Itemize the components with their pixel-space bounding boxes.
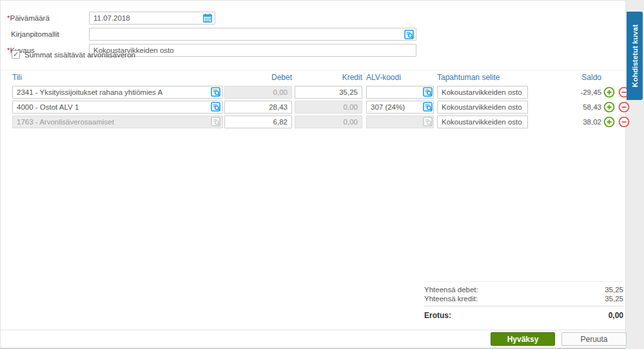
credit-input[interactable] — [295, 86, 362, 99]
difference-label: Erotus: — [424, 311, 451, 320]
credit-input — [295, 115, 362, 128]
debit-input — [224, 86, 292, 99]
add-row-icon[interactable] — [603, 101, 616, 114]
header-account: Tili — [12, 73, 22, 82]
header-description: Tapahtuman selite — [437, 73, 500, 82]
vat-code-value: 307 (24%) — [371, 103, 405, 111]
header-debit: Debet — [224, 73, 292, 82]
row-description-input[interactable] — [437, 101, 528, 114]
account-lookup-icon[interactable] — [211, 102, 220, 112]
account-field[interactable]: 4000 - Ostot ALV 1 — [12, 101, 223, 114]
totals-summary: Yhteensä debet: 35,25 Yhteensä kredit: 3… — [424, 281, 623, 320]
account-lookup-icon[interactable] — [211, 87, 220, 97]
tab-attached-images-label: Kohdistetut kuvat — [631, 25, 639, 87]
header-vat-code: ALV-koodi — [366, 73, 401, 82]
add-row-icon[interactable] — [603, 116, 616, 128]
total-debit-value: 35,25 — [605, 285, 623, 294]
credit-input — [295, 101, 362, 114]
date-label: *Päivämäärä — [7, 14, 50, 22]
templates-lookup-icon[interactable] — [404, 30, 414, 39]
account-value: 1763 - Arvonlisäverosaamiset — [17, 118, 114, 126]
balance-value: 38,02 — [552, 115, 601, 128]
balance-value: 58,43 — [552, 101, 601, 114]
total-credit-label: Yhteensä kredit: — [424, 294, 478, 303]
debit-input[interactable] — [224, 115, 292, 128]
table-top-divider — [1, 70, 625, 70]
header-balance: Saldo — [552, 73, 601, 82]
debit-input[interactable] — [224, 101, 292, 114]
vat-lookup-icon[interactable] — [423, 102, 433, 112]
table-row: 4000 - Ostot ALV 1 307 (24%) 58,43 — [1, 101, 627, 114]
difference-row: Erotus: 0,00 — [424, 311, 623, 320]
date-input[interactable] — [89, 12, 215, 25]
account-lookup-icon — [211, 117, 220, 126]
account-value: 4000 - Ostot ALV 1 — [17, 103, 79, 111]
row-description-input[interactable] — [437, 86, 528, 99]
vat-lookup-icon — [423, 117, 433, 126]
account-field: 1763 - Arvonlisäverosaamiset — [12, 115, 223, 128]
table-row: 1763 - Arvonlisäverosaamiset 38,02 — [1, 115, 627, 128]
total-debit-row: Yhteensä debet: 35,25 — [424, 285, 623, 294]
templates-label: Kirjanpitomallit — [11, 30, 59, 38]
description-input[interactable] — [89, 44, 416, 57]
total-credit-value: 35,25 — [605, 294, 623, 303]
vat-included-checkbox[interactable]: ✓ — [12, 50, 20, 59]
total-credit-row: Yhteensä kredit: 35,25 — [424, 294, 623, 303]
templates-input[interactable] — [89, 28, 416, 41]
balance-value: -29,45 — [552, 86, 601, 99]
row-description-input[interactable] — [437, 115, 528, 128]
table-row: 2341 - Yksityissijoitukset rahana yhtiöm… — [1, 86, 627, 99]
summary-divider — [424, 306, 623, 306]
tab-attached-images[interactable]: Kohdistetut kuvat — [627, 12, 643, 100]
difference-value: 0,00 — [609, 311, 623, 320]
account-field[interactable]: 2341 - Yksityissijoitukset rahana yhtiöm… — [12, 86, 223, 99]
total-debit-label: Yhteensä debet: — [424, 285, 478, 294]
account-value: 2341 - Yksityissijoitukset rahana yhtiöm… — [17, 88, 162, 96]
remove-row-icon[interactable] — [618, 116, 630, 128]
vat-included-label: Summat sisältävät arvonlisäveron — [24, 51, 135, 59]
checkmark: ✓ — [13, 50, 19, 58]
cancel-button[interactable]: Peruuta — [561, 332, 627, 346]
header-credit: Kredit — [295, 73, 362, 82]
calendar-icon[interactable] — [202, 13, 213, 23]
journal-entry-panel: *Päivämäärä Kirjanpitomallit *Kuvaus ✓ S… — [0, 0, 626, 349]
add-row-icon[interactable] — [603, 86, 616, 99]
footer-divider — [1, 330, 625, 330]
approve-button[interactable]: Hyväksy — [491, 332, 555, 346]
remove-row-icon[interactable] — [618, 101, 630, 114]
vat-lookup-icon[interactable] — [423, 87, 433, 97]
